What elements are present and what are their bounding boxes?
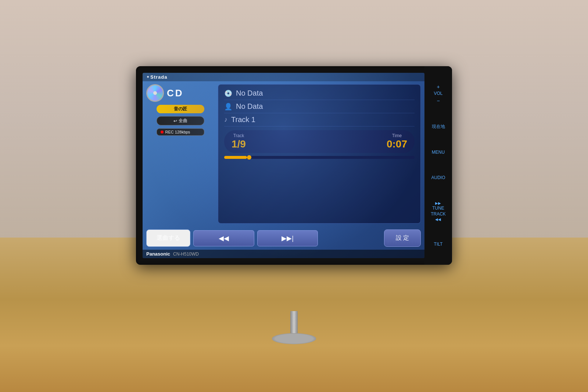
model-name: CN-H510WD [173,252,199,257]
audio-button[interactable]: AUDIO [431,175,445,181]
settings-button[interactable]: 設 定 [384,229,421,247]
repeat-badge[interactable]: ↩ 全曲 [157,116,204,125]
prev-button[interactable]: ◀◀ [193,230,254,246]
monitor: ✦ Strada CD 音の匠 ↩ 全曲 [136,66,452,265]
track-value: 1/9 [232,138,246,150]
current-location-button[interactable]: 現在地 [432,124,445,130]
screen: ✦ Strada CD 音の匠 ↩ 全曲 [143,73,424,258]
repeat-icon: ↩ [173,118,177,124]
tune-label: TUNE [432,206,444,211]
cd-header: CD [146,84,214,102]
volume-control[interactable]: + VOL − [434,83,442,104]
track-time-display: Track 1/9 Time 0:07 [224,130,415,153]
bottom-buttons: 選曲する ◀◀ ▶▶| 設 定 [143,227,424,250]
tilt-button[interactable]: TILT [434,242,443,247]
stand-base [272,333,316,344]
disc-icon: 💿 [224,89,232,97]
time-value: 0:07 [387,138,407,150]
info-row-track: ♪ Track 1 [224,115,415,126]
brand-name: Panasonic [146,251,170,257]
strada-bar: ✦ Strada [143,73,424,81]
info-row-disc: 💿 No Data [224,89,415,100]
cd-disc-icon [146,84,164,102]
monitor-stand [272,311,316,344]
track-label-side: TRACK [431,211,446,217]
vol-minus-icon[interactable]: − [437,97,440,104]
artist-icon: 👤 [224,103,232,111]
brand-bar: Panasonic CN-H510WD [143,250,424,258]
artist-name: No Data [236,102,263,111]
time-label: Time [387,133,407,138]
cd-mode-label: CD [167,88,184,99]
tune-icon: ▶▶ [435,201,441,206]
note-icon: ♪ [224,116,227,124]
rec-dot-icon [161,131,164,133]
next-button[interactable]: ▶▶| [257,230,318,246]
menu-button[interactable]: MENU [432,150,445,156]
strada-star-icon: ✦ [146,75,150,79]
strada-logo: Strada [150,74,167,80]
track-name: Track 1 [231,115,255,124]
side-panel: + VOL − 現在地 MENU AUDIO ▶▶ TUNE TRACK ◀◀ … [424,66,452,265]
disc-title: No Data [236,89,263,97]
track-counter: Track 1/9 [232,133,246,150]
info-row-artist: 👤 No Data [224,102,415,113]
left-panel: CD 音の匠 ↩ 全曲 REC 128kbps [146,84,214,224]
select-song-button[interactable]: 選曲する [146,229,190,247]
tune-track-button[interactable]: ▶▶ TUNE TRACK ◀◀ [431,201,446,222]
rec-badge: REC 128kbps [157,128,204,136]
progress-dot [247,155,251,160]
vol-label: VOL [434,91,442,97]
stand-pole [290,311,298,333]
time-counter: Time 0:07 [387,133,407,150]
progress-bar [224,156,415,159]
progress-fill [224,156,247,159]
track-label: Track [232,133,246,138]
rec-label: REC 128kbps [165,130,190,134]
main-content: CD 音の匠 ↩ 全曲 REC 128kbps 💿 [143,81,424,227]
repeat-label: 全曲 [179,118,187,124]
oto-badge[interactable]: 音の匠 [157,105,204,113]
vol-plus-icon[interactable]: + [437,83,440,90]
back-icon: ◀◀ [435,217,441,222]
info-box: 💿 No Data 👤 No Data ♪ Track 1 Track [218,84,421,224]
